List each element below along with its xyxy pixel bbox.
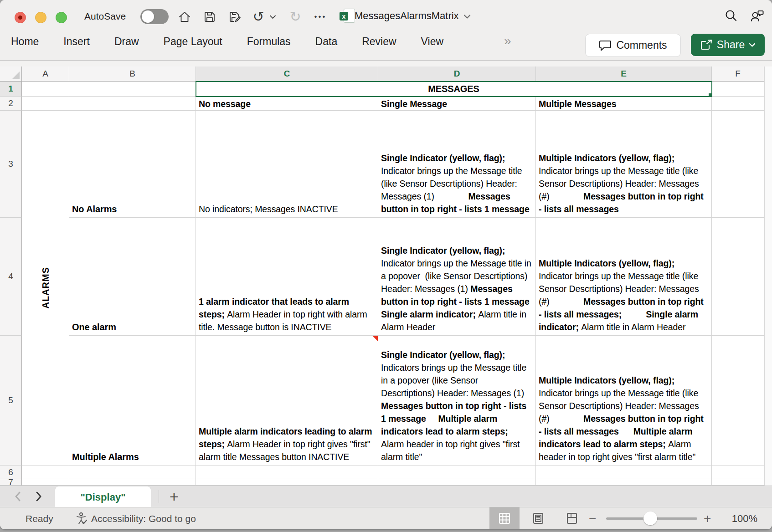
share-button[interactable]: Share: [691, 34, 765, 56]
ellipsis-icon: •••: [314, 12, 327, 21]
cell-B6[interactable]: [69, 466, 196, 479]
chevron-down-icon: [463, 14, 471, 19]
row-header-2[interactable]: 2: [0, 97, 22, 111]
sheet-tab-bar: "Display" +: [0, 486, 772, 507]
zoom-in-button[interactable]: +: [704, 512, 711, 526]
row-header-7[interactable]: 7: [0, 479, 22, 486]
tab-draw[interactable]: Draw: [114, 36, 139, 48]
row-header-4[interactable]: 4: [0, 218, 22, 336]
cell-D3[interactable]: Single Indicator (yellow, flag); Indicat…: [378, 111, 536, 218]
cell-C2[interactable]: No message: [196, 97, 378, 111]
save-as-button[interactable]: [226, 8, 243, 26]
accessibility-status: Accessibility: Good to go: [91, 513, 196, 524]
page-layout-view-button[interactable]: [523, 507, 553, 529]
tab-data[interactable]: Data: [315, 36, 338, 48]
tab-review[interactable]: Review: [362, 36, 396, 48]
comments-button[interactable]: Comments: [585, 34, 681, 57]
cell-E3[interactable]: Multiple Indicators (yellow, flag); Indi…: [536, 111, 712, 218]
normal-view-button[interactable]: [489, 507, 520, 529]
cell-F3[interactable]: [712, 111, 764, 218]
cell-F7[interactable]: [712, 479, 764, 486]
cell-B5[interactable]: Multiple Alarms: [69, 336, 196, 466]
search-button[interactable]: [722, 7, 740, 25]
more-ribbon-tabs-button[interactable]: »: [504, 34, 511, 48]
add-sheet-button[interactable]: +: [165, 487, 183, 506]
cell-D7[interactable]: [378, 479, 536, 486]
cell-E5[interactable]: Multiple Indicators (yellow, flag); Indi…: [536, 336, 712, 466]
vertical-scrollbar[interactable]: [764, 66, 772, 486]
more-commands-button[interactable]: •••: [312, 8, 329, 26]
zoom-window-button[interactable]: [56, 12, 67, 23]
cell-F6[interactable]: [712, 466, 764, 479]
cell-C4[interactable]: 1 alarm indicator that leads to alarm st…: [196, 218, 378, 336]
tab-page-layout[interactable]: Page Layout: [164, 36, 222, 48]
row-header-1[interactable]: 1: [0, 82, 22, 97]
search-icon: [724, 9, 738, 23]
cell-E4[interactable]: Multiple Indicators (yellow, flag); Indi…: [536, 218, 712, 336]
cell-C1-merged-messages[interactable]: MESSAGES: [196, 82, 712, 97]
undo-button[interactable]: ↺: [250, 8, 267, 26]
cell-C3[interactable]: No indicators; Messages INACTIVE: [196, 111, 378, 218]
save-button[interactable]: [201, 8, 218, 26]
column-header-C[interactable]: C: [196, 66, 378, 82]
cell-A3-merged-alarms[interactable]: ALARMS: [22, 111, 69, 466]
cell-B7[interactable]: [69, 479, 196, 486]
cell-D5[interactable]: Single Indicator (yellow, flag); Indicat…: [378, 336, 536, 466]
cell-D4[interactable]: Single Indicator (yellow, flag); Indicat…: [378, 218, 536, 336]
minimize-window-button[interactable]: [35, 12, 46, 23]
column-header-B[interactable]: B: [69, 66, 196, 82]
sheet-tab-display[interactable]: "Display": [55, 486, 151, 508]
cell-B1[interactable]: [69, 82, 196, 97]
cell-B4[interactable]: One alarm: [69, 218, 196, 336]
autosave-toggle[interactable]: [140, 9, 169, 24]
undo-icon: ↺: [252, 10, 264, 24]
zoom-level[interactable]: 100%: [718, 513, 757, 525]
cell-D6[interactable]: [378, 466, 536, 479]
autosave-label: AutoSave: [84, 11, 126, 22]
zoom-slider-knob[interactable]: [643, 512, 657, 525]
cell-B3[interactable]: No Alarms: [69, 111, 196, 218]
cell-B2[interactable]: [69, 97, 196, 111]
cell-F1[interactable]: [712, 82, 764, 97]
cell-A1[interactable]: [22, 82, 69, 97]
tab-home[interactable]: Home: [11, 36, 39, 48]
status-bar: Ready Accessibility: Good to go − + 100%: [0, 507, 772, 529]
cell-E2[interactable]: Multiple Messages: [536, 97, 712, 111]
chevron-down-icon: [269, 15, 276, 19]
cell-F5[interactable]: [712, 336, 764, 466]
tab-formulas[interactable]: Formulas: [247, 36, 291, 48]
tab-insert[interactable]: Insert: [63, 36, 90, 48]
column-header-A[interactable]: A: [22, 66, 69, 82]
column-header-E[interactable]: E: [536, 66, 712, 82]
cell-D2[interactable]: Single Message: [378, 97, 536, 111]
zoom-out-button[interactable]: −: [589, 512, 596, 526]
cell-A6[interactable]: [22, 466, 69, 479]
next-sheet-button[interactable]: [33, 491, 45, 502]
column-header-D[interactable]: D: [378, 66, 536, 82]
cell-F4[interactable]: [712, 218, 764, 336]
close-window-button[interactable]: [15, 12, 26, 23]
previous-sheet-button[interactable]: [12, 491, 24, 502]
presence-button[interactable]: [748, 7, 766, 25]
page-break-view-button[interactable]: [557, 507, 587, 529]
cell-F2[interactable]: [712, 97, 764, 111]
cell-E7[interactable]: [536, 479, 712, 486]
note-indicator: [372, 336, 378, 341]
undo-menu-button[interactable]: [267, 8, 278, 26]
redo-button[interactable]: ↻: [287, 8, 304, 26]
cell-E6[interactable]: [536, 466, 712, 479]
row-header-3[interactable]: 3: [0, 111, 22, 218]
cell-A7[interactable]: [22, 479, 69, 486]
cell-C7[interactable]: [196, 479, 378, 486]
home-button[interactable]: [176, 8, 193, 26]
tab-view[interactable]: View: [421, 36, 443, 48]
column-header-F[interactable]: F: [712, 66, 764, 82]
person-chat-icon: [749, 8, 765, 24]
cell-C5[interactable]: Multiple alarm indicators leading to ala…: [196, 336, 378, 466]
fill-handle[interactable]: [708, 92, 712, 97]
row-header-5[interactable]: 5: [0, 336, 22, 466]
cell-C6[interactable]: [196, 466, 378, 479]
cell-A2[interactable]: [22, 97, 69, 111]
document-title-menu[interactable]: MessagesAlarmsMatrix: [355, 10, 471, 22]
select-all-corner[interactable]: [0, 66, 22, 82]
